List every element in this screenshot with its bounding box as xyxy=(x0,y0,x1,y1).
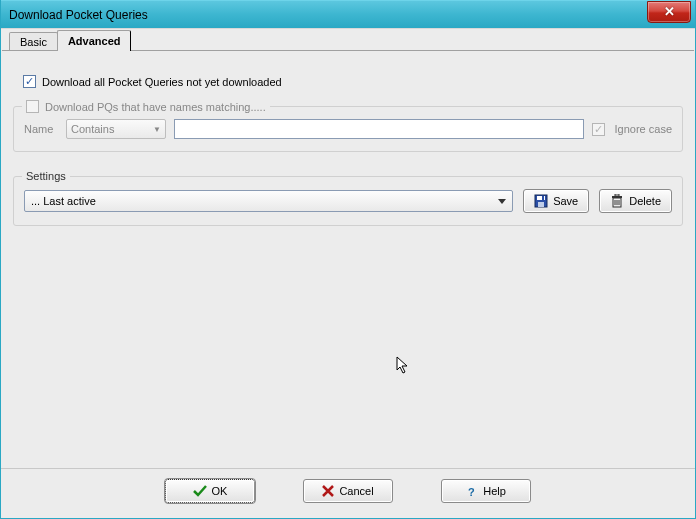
dialog-footer: OK Cancel ? Help xyxy=(1,468,695,513)
download-all-label: Download all Pocket Queries not yet down… xyxy=(42,76,282,88)
help-button[interactable]: ? Help xyxy=(441,479,531,503)
svg-rect-2 xyxy=(538,202,544,207)
ok-button[interactable]: OK xyxy=(165,479,255,503)
save-label: Save xyxy=(553,195,578,207)
name-label: Name xyxy=(24,123,58,135)
settings-selected: ... Last active xyxy=(31,195,96,207)
match-group-legend: Download PQs that have names matching...… xyxy=(22,100,270,115)
cancel-label: Cancel xyxy=(339,485,373,497)
save-button[interactable]: Save xyxy=(523,189,589,213)
tab-strip: Basic Advanced xyxy=(9,31,695,51)
checkbox-ignore-case[interactable]: ✓ xyxy=(592,123,605,136)
tab-basic[interactable]: Basic xyxy=(9,32,58,51)
window-title: Download Pocket Queries xyxy=(9,8,148,22)
settings-combo[interactable]: ... Last active xyxy=(24,190,513,212)
chevron-down-icon xyxy=(498,199,506,204)
settings-group: Settings ... Last active Save Delete xyxy=(13,176,683,226)
save-icon xyxy=(534,194,548,208)
checkbox-match[interactable] xyxy=(26,100,39,113)
title-bar: Download Pocket Queries ✕ xyxy=(1,0,695,28)
delete-label: Delete xyxy=(629,195,661,207)
svg-text:?: ? xyxy=(468,486,475,498)
help-label: Help xyxy=(483,485,506,497)
settings-legend: Settings xyxy=(22,170,70,182)
operator-combo[interactable]: Contains ▼ xyxy=(66,119,166,139)
dialog-window: Download Pocket Queries ✕ Basic Advanced… xyxy=(0,0,696,519)
pattern-input[interactable] xyxy=(174,119,584,139)
ignore-case-label: Ignore case xyxy=(615,123,672,135)
checkbox-download-all[interactable]: ✓ xyxy=(23,75,36,88)
trash-icon xyxy=(610,194,624,208)
tab-panel-advanced: ✓ Download all Pocket Queries not yet do… xyxy=(1,51,695,238)
check-icon xyxy=(193,485,207,497)
operator-value: Contains xyxy=(71,123,114,135)
match-label: Download PQs that have names matching...… xyxy=(45,101,266,113)
svg-rect-9 xyxy=(615,194,619,196)
close-button[interactable]: ✕ xyxy=(647,1,691,23)
content-area: Basic Advanced ✓ Download all Pocket Que… xyxy=(1,28,695,513)
ok-label: OK xyxy=(212,485,228,497)
chevron-down-icon: ▼ xyxy=(153,125,161,134)
tab-advanced[interactable]: Advanced xyxy=(57,30,132,51)
delete-button[interactable]: Delete xyxy=(599,189,672,213)
close-icon: ✕ xyxy=(664,4,675,19)
settings-row: ... Last active Save Delete xyxy=(24,189,672,213)
svg-rect-3 xyxy=(542,196,544,200)
match-group: Download PQs that have names matching...… xyxy=(13,106,683,152)
x-icon xyxy=(322,485,334,497)
match-controls: Name Contains ▼ ✓ Ignore case xyxy=(24,119,672,139)
cancel-button[interactable]: Cancel xyxy=(303,479,393,503)
download-all-row: ✓ Download all Pocket Queries not yet do… xyxy=(23,75,683,88)
help-icon: ? xyxy=(466,484,478,498)
